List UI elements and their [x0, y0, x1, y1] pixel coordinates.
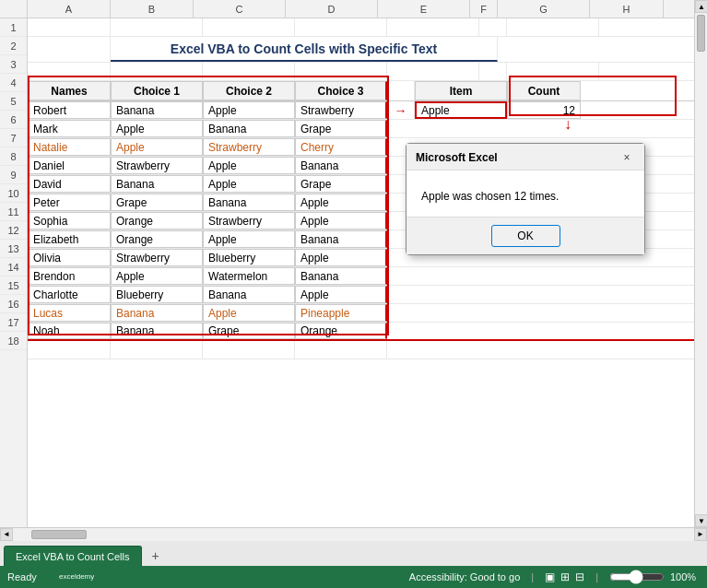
scroll-thumb[interactable] [697, 15, 705, 52]
modal-ok-button[interactable]: OK [491, 225, 560, 247]
modal-footer: OK [407, 217, 644, 254]
modal-close-button[interactable]: × [619, 149, 635, 166]
view-layout-icon[interactable]: ⊞ [560, 570, 570, 583]
h-scroll-track [13, 528, 694, 541]
view-normal-icon[interactable]: ▣ [545, 570, 555, 583]
scroll-left-button[interactable]: ◄ [0, 528, 13, 541]
sheet-tabs-area: Excel VBA to Count Cells + [0, 540, 707, 566]
spreadsheet-area: A B C D E F G H 1 2 3 4 [0, 0, 694, 527]
main-content: A B C D E F G H 1 2 3 4 [0, 0, 707, 527]
scroll-track [695, 13, 707, 514]
status-ready: Ready [7, 571, 37, 582]
scroll-down-button[interactable]: ▼ [695, 514, 707, 527]
spreadsheet: A B C D E F G H 1 2 3 4 [0, 0, 694, 527]
modal-dialog: Microsoft Excel × Apple was chosen 12 ti… [406, 143, 645, 255]
scroll-up-button[interactable]: ▲ [695, 0, 707, 13]
horizontal-scroll-area[interactable]: ◄ ► [0, 527, 707, 540]
vertical-scrollbar[interactable]: ▲ ▼ [694, 0, 707, 527]
svg-text:exceldemy: exceldemy [59, 572, 94, 581]
status-bar: Ready exceldemy Accessibility: Good to g… [0, 566, 707, 588]
sheet-tab-main[interactable]: Excel VBA to Count Cells [4, 546, 142, 566]
zoom-level: 100% [670, 571, 700, 582]
status-bar-right: Accessibility: Good to go | ▣ ⊞ ⊟ | 100% [409, 570, 700, 584]
modal-overlay: Microsoft Excel × Apple was chosen 12 ti… [0, 0, 694, 527]
excel-app: A B C D E F G H 1 2 3 4 [0, 0, 707, 588]
modal-message: Apple was chosen 12 times. [421, 190, 559, 203]
modal-body: Apple was chosen 12 times. [407, 171, 644, 217]
modal-title: Microsoft Excel [416, 151, 498, 164]
exceldemy-logo: exceldemy [55, 570, 111, 584]
h-scroll-thumb[interactable] [31, 530, 87, 539]
modal-title-bar: Microsoft Excel × [407, 144, 644, 171]
scroll-right-button[interactable]: ► [694, 528, 707, 541]
view-page-icon[interactable]: ⊟ [575, 570, 584, 583]
add-sheet-button[interactable]: + [146, 546, 166, 566]
accessibility-status: Accessibility: Good to go [409, 571, 520, 582]
zoom-slider[interactable] [609, 570, 665, 584]
